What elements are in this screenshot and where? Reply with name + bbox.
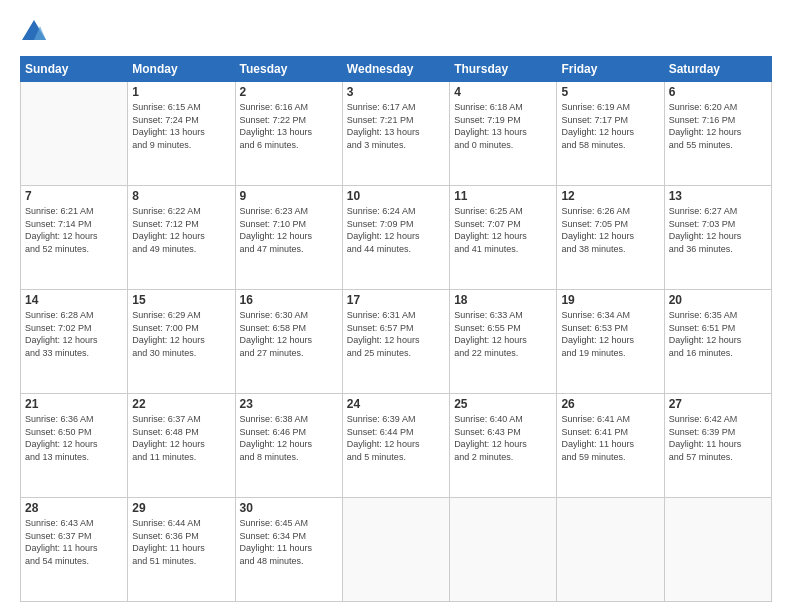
day-number: 27 (669, 397, 767, 411)
calendar-header-row: SundayMondayTuesdayWednesdayThursdayFrid… (21, 57, 772, 82)
day-info: Sunrise: 6:36 AMSunset: 6:50 PMDaylight:… (25, 413, 123, 463)
calendar-cell: 28Sunrise: 6:43 AMSunset: 6:37 PMDayligh… (21, 498, 128, 602)
calendar-cell: 7Sunrise: 6:21 AMSunset: 7:14 PMDaylight… (21, 186, 128, 290)
calendar-cell (450, 498, 557, 602)
calendar-cell: 29Sunrise: 6:44 AMSunset: 6:36 PMDayligh… (128, 498, 235, 602)
day-info: Sunrise: 6:24 AMSunset: 7:09 PMDaylight:… (347, 205, 445, 255)
calendar-cell: 8Sunrise: 6:22 AMSunset: 7:12 PMDaylight… (128, 186, 235, 290)
calendar-week-row: 14Sunrise: 6:28 AMSunset: 7:02 PMDayligh… (21, 290, 772, 394)
day-number: 28 (25, 501, 123, 515)
day-info: Sunrise: 6:40 AMSunset: 6:43 PMDaylight:… (454, 413, 552, 463)
day-number: 13 (669, 189, 767, 203)
day-info: Sunrise: 6:33 AMSunset: 6:55 PMDaylight:… (454, 309, 552, 359)
day-number: 9 (240, 189, 338, 203)
logo-icon (20, 18, 48, 46)
day-number: 1 (132, 85, 230, 99)
day-number: 22 (132, 397, 230, 411)
day-number: 23 (240, 397, 338, 411)
calendar-cell (664, 498, 771, 602)
day-info: Sunrise: 6:34 AMSunset: 6:53 PMDaylight:… (561, 309, 659, 359)
day-info: Sunrise: 6:28 AMSunset: 7:02 PMDaylight:… (25, 309, 123, 359)
weekday-header: Friday (557, 57, 664, 82)
day-info: Sunrise: 6:23 AMSunset: 7:10 PMDaylight:… (240, 205, 338, 255)
day-number: 16 (240, 293, 338, 307)
calendar-cell (557, 498, 664, 602)
day-number: 7 (25, 189, 123, 203)
calendar-cell: 17Sunrise: 6:31 AMSunset: 6:57 PMDayligh… (342, 290, 449, 394)
day-info: Sunrise: 6:41 AMSunset: 6:41 PMDaylight:… (561, 413, 659, 463)
day-number: 20 (669, 293, 767, 307)
calendar-week-row: 28Sunrise: 6:43 AMSunset: 6:37 PMDayligh… (21, 498, 772, 602)
calendar-week-row: 21Sunrise: 6:36 AMSunset: 6:50 PMDayligh… (21, 394, 772, 498)
calendar-cell: 19Sunrise: 6:34 AMSunset: 6:53 PMDayligh… (557, 290, 664, 394)
weekday-header: Saturday (664, 57, 771, 82)
day-number: 18 (454, 293, 552, 307)
day-info: Sunrise: 6:25 AMSunset: 7:07 PMDaylight:… (454, 205, 552, 255)
calendar-cell: 5Sunrise: 6:19 AMSunset: 7:17 PMDaylight… (557, 82, 664, 186)
day-number: 26 (561, 397, 659, 411)
calendar-cell: 30Sunrise: 6:45 AMSunset: 6:34 PMDayligh… (235, 498, 342, 602)
calendar-cell: 16Sunrise: 6:30 AMSunset: 6:58 PMDayligh… (235, 290, 342, 394)
calendar-week-row: 1Sunrise: 6:15 AMSunset: 7:24 PMDaylight… (21, 82, 772, 186)
day-number: 3 (347, 85, 445, 99)
calendar-cell: 12Sunrise: 6:26 AMSunset: 7:05 PMDayligh… (557, 186, 664, 290)
day-info: Sunrise: 6:19 AMSunset: 7:17 PMDaylight:… (561, 101, 659, 151)
weekday-header: Thursday (450, 57, 557, 82)
day-info: Sunrise: 6:26 AMSunset: 7:05 PMDaylight:… (561, 205, 659, 255)
day-info: Sunrise: 6:17 AMSunset: 7:21 PMDaylight:… (347, 101, 445, 151)
day-number: 12 (561, 189, 659, 203)
day-info: Sunrise: 6:29 AMSunset: 7:00 PMDaylight:… (132, 309, 230, 359)
day-number: 6 (669, 85, 767, 99)
weekday-header: Tuesday (235, 57, 342, 82)
day-number: 25 (454, 397, 552, 411)
day-info: Sunrise: 6:42 AMSunset: 6:39 PMDaylight:… (669, 413, 767, 463)
calendar-cell: 1Sunrise: 6:15 AMSunset: 7:24 PMDaylight… (128, 82, 235, 186)
day-info: Sunrise: 6:35 AMSunset: 6:51 PMDaylight:… (669, 309, 767, 359)
day-number: 14 (25, 293, 123, 307)
day-info: Sunrise: 6:18 AMSunset: 7:19 PMDaylight:… (454, 101, 552, 151)
day-info: Sunrise: 6:44 AMSunset: 6:36 PMDaylight:… (132, 517, 230, 567)
header (20, 18, 772, 46)
day-info: Sunrise: 6:39 AMSunset: 6:44 PMDaylight:… (347, 413, 445, 463)
day-number: 11 (454, 189, 552, 203)
day-info: Sunrise: 6:45 AMSunset: 6:34 PMDaylight:… (240, 517, 338, 567)
calendar-cell: 4Sunrise: 6:18 AMSunset: 7:19 PMDaylight… (450, 82, 557, 186)
calendar-cell: 13Sunrise: 6:27 AMSunset: 7:03 PMDayligh… (664, 186, 771, 290)
calendar-table: SundayMondayTuesdayWednesdayThursdayFrid… (20, 56, 772, 602)
calendar-cell: 9Sunrise: 6:23 AMSunset: 7:10 PMDaylight… (235, 186, 342, 290)
day-number: 30 (240, 501, 338, 515)
calendar-cell (21, 82, 128, 186)
calendar-cell: 26Sunrise: 6:41 AMSunset: 6:41 PMDayligh… (557, 394, 664, 498)
day-number: 4 (454, 85, 552, 99)
logo (20, 18, 52, 46)
calendar-cell: 11Sunrise: 6:25 AMSunset: 7:07 PMDayligh… (450, 186, 557, 290)
calendar-cell: 10Sunrise: 6:24 AMSunset: 7:09 PMDayligh… (342, 186, 449, 290)
calendar-cell: 6Sunrise: 6:20 AMSunset: 7:16 PMDaylight… (664, 82, 771, 186)
day-info: Sunrise: 6:22 AMSunset: 7:12 PMDaylight:… (132, 205, 230, 255)
day-number: 19 (561, 293, 659, 307)
weekday-header: Sunday (21, 57, 128, 82)
calendar-cell: 25Sunrise: 6:40 AMSunset: 6:43 PMDayligh… (450, 394, 557, 498)
day-number: 8 (132, 189, 230, 203)
day-info: Sunrise: 6:30 AMSunset: 6:58 PMDaylight:… (240, 309, 338, 359)
calendar-cell: 22Sunrise: 6:37 AMSunset: 6:48 PMDayligh… (128, 394, 235, 498)
calendar-cell: 3Sunrise: 6:17 AMSunset: 7:21 PMDaylight… (342, 82, 449, 186)
day-info: Sunrise: 6:20 AMSunset: 7:16 PMDaylight:… (669, 101, 767, 151)
day-number: 24 (347, 397, 445, 411)
calendar-cell: 14Sunrise: 6:28 AMSunset: 7:02 PMDayligh… (21, 290, 128, 394)
day-number: 10 (347, 189, 445, 203)
calendar-cell: 18Sunrise: 6:33 AMSunset: 6:55 PMDayligh… (450, 290, 557, 394)
day-number: 15 (132, 293, 230, 307)
day-info: Sunrise: 6:21 AMSunset: 7:14 PMDaylight:… (25, 205, 123, 255)
calendar-cell: 23Sunrise: 6:38 AMSunset: 6:46 PMDayligh… (235, 394, 342, 498)
day-info: Sunrise: 6:38 AMSunset: 6:46 PMDaylight:… (240, 413, 338, 463)
calendar-cell: 21Sunrise: 6:36 AMSunset: 6:50 PMDayligh… (21, 394, 128, 498)
calendar-cell: 20Sunrise: 6:35 AMSunset: 6:51 PMDayligh… (664, 290, 771, 394)
calendar-cell (342, 498, 449, 602)
day-info: Sunrise: 6:37 AMSunset: 6:48 PMDaylight:… (132, 413, 230, 463)
day-info: Sunrise: 6:16 AMSunset: 7:22 PMDaylight:… (240, 101, 338, 151)
calendar-cell: 27Sunrise: 6:42 AMSunset: 6:39 PMDayligh… (664, 394, 771, 498)
calendar-cell: 2Sunrise: 6:16 AMSunset: 7:22 PMDaylight… (235, 82, 342, 186)
day-number: 2 (240, 85, 338, 99)
day-info: Sunrise: 6:15 AMSunset: 7:24 PMDaylight:… (132, 101, 230, 151)
